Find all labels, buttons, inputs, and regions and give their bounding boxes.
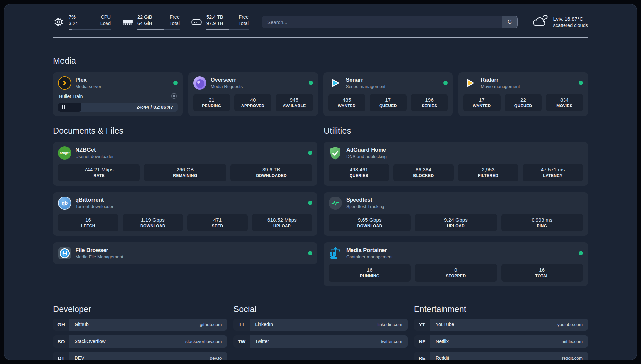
section-title-developer: Developer — [53, 304, 227, 314]
dashboard: 7%CPU 3.24Load 22 GiBFree 64 GiBTotal — [4, 4, 637, 360]
link-stackoverflow[interactable]: SO StackOverflowstackoverflow.com — [53, 335, 227, 348]
memory-free-value: 22 GiB — [137, 14, 152, 20]
section-utilities: Utilities AdGuard Home DNS and adblockin… — [324, 126, 588, 286]
app-card-radarr[interactable]: Radarr Movie management 17WANTED 22QUEUE… — [458, 72, 588, 116]
cpu-label: CPU — [101, 14, 111, 20]
stat-download: 1.19 GbpsDOWNLOAD — [123, 214, 183, 231]
app-subtitle: Media File Management — [76, 254, 123, 259]
app-subtitle: Series management — [346, 84, 386, 89]
memory-stat: 22 GiBFree 64 GiBTotal — [122, 14, 180, 30]
section-title-entertainment: Entertainment — [414, 304, 588, 314]
now-playing: Bullet Train 24:44 / 02:06:47 — [58, 93, 178, 112]
stat-queued: 22QUEUED — [505, 94, 542, 111]
app-card-adguard[interactable]: AdGuard Home DNS and adblocking 498,461Q… — [324, 142, 588, 186]
search-bar: G — [262, 16, 518, 28]
link-url: youtube.com — [557, 322, 583, 327]
cpu-icon — [53, 17, 64, 27]
stat-approved: 40APPROVED — [234, 94, 271, 111]
app-title: Overseerr — [211, 77, 243, 83]
link-name: Reddit — [436, 355, 449, 360]
stat-filtered: 2,953FILTERED — [458, 164, 518, 181]
app-card-overseerr[interactable]: Overseerr Media Requests 21PENDING 40APP… — [188, 72, 318, 116]
cpu-value: 7% — [69, 14, 76, 20]
memory-progressbar — [137, 29, 180, 30]
link-name: Twitter — [255, 339, 269, 344]
weather-location-temp: Lviv, 16.87°C — [553, 16, 588, 22]
section-title-utilities: Utilities — [324, 126, 588, 136]
speedtest-icon — [329, 197, 342, 210]
app-title: Sonarr — [346, 77, 386, 83]
stat-upload: 618.52 MbpsUPLOAD — [252, 214, 312, 231]
cpu-load-label: Load — [100, 20, 111, 27]
link-url: reddit.com — [562, 356, 583, 360]
stat-latency: 47.571 msLATENCY — [523, 164, 583, 181]
cpu-progressbar — [69, 29, 111, 30]
section-entertainment: Entertainment YT YouTubeyoutube.com NF N… — [414, 304, 588, 360]
stat-leech: 16LEECH — [58, 214, 118, 231]
stat-pending: 21PENDING — [193, 94, 230, 111]
link-abbr: NF — [414, 335, 430, 348]
playback-progressbar: 24:44 / 02:06:47 — [58, 103, 178, 112]
link-abbr: SO — [53, 335, 69, 348]
stat-wanted: 17WANTED — [463, 94, 500, 111]
section-title-media: Media — [53, 56, 588, 66]
status-dot — [309, 81, 313, 85]
app-title: Media Portainer — [346, 247, 393, 253]
stat-upload: 9.24 GbpsUPLOAD — [415, 214, 497, 231]
app-card-portainer[interactable]: Media Portainer Container management 16R… — [324, 242, 588, 286]
storage-total-label: Total — [238, 20, 249, 27]
link-linkedin[interactable]: LI LinkedInlinkedin.com — [233, 318, 407, 331]
stat-series: 196SERIES — [411, 94, 448, 111]
link-github[interactable]: GH Githubgithub.com — [53, 318, 227, 331]
app-subtitle: Torrent downloader — [76, 204, 114, 209]
storage-progressbar — [206, 29, 249, 30]
app-card-plex[interactable]: Plex Media server Bullet Train — [53, 72, 183, 116]
app-card-speedtest[interactable]: Speedtest Speedtest Tracking 9.65 GbpsDO… — [324, 192, 588, 236]
search-input[interactable] — [262, 16, 502, 28]
link-url: twitter.com — [381, 339, 402, 344]
now-playing-session-icon — [171, 93, 177, 100]
section-documents: Documents & Files nzbget NZBGet Usenet d… — [53, 126, 317, 286]
app-card-filebrowser[interactable]: File Browser Media File Management — [53, 242, 317, 264]
storage-total-value: 97.9 TB — [206, 20, 223, 27]
status-dot — [308, 201, 312, 205]
link-name: DEV — [75, 355, 84, 360]
app-subtitle: DNS and adblocking — [346, 154, 387, 159]
header: 7%CPU 3.24Load 22 GiBFree 64 GiBTotal — [53, 14, 588, 30]
link-name: YouTube — [436, 322, 454, 327]
app-card-qbittorrent[interactable]: qb qBittorrent Torrent downloader 16LEEC… — [53, 192, 317, 236]
stat-queued: 17QUEUED — [370, 94, 407, 111]
link-dev-to[interactable]: DT DEVdev.to — [53, 352, 227, 360]
link-url: dev.to — [210, 356, 222, 360]
link-url: netflix.com — [561, 339, 583, 344]
app-subtitle: Movie management — [481, 84, 520, 89]
stat-blocked: 86,384BLOCKED — [393, 164, 454, 181]
search-engine-button[interactable]: G — [502, 16, 517, 28]
app-card-nzbget[interactable]: nzbget NZBGet Usenet downloader 744.21 M… — [53, 142, 317, 186]
link-reddit[interactable]: RE Redditreddit.com — [414, 352, 588, 360]
storage-stat: 52.4 TBFree 97.9 TBTotal — [191, 14, 249, 30]
sonarr-icon — [328, 76, 342, 90]
storage-icon — [191, 18, 202, 26]
storage-free-label: Free — [239, 14, 249, 20]
app-title: qBittorrent — [76, 197, 114, 203]
link-abbr: LI — [233, 318, 250, 331]
cloud-icon — [531, 15, 548, 29]
status-dot — [579, 81, 583, 85]
link-netflix[interactable]: NF Netflixnetflix.com — [414, 335, 588, 348]
app-subtitle: Usenet downloader — [76, 154, 114, 159]
stat-stopped: 0STOPPED — [415, 264, 497, 282]
memory-total-label: Total — [169, 20, 180, 27]
stat-wanted: 485WANTED — [328, 94, 365, 111]
now-playing-title: Bullet Train — [59, 94, 83, 99]
overseerr-icon — [193, 76, 206, 90]
link-youtube[interactable]: YT YouTubeyoutube.com — [414, 318, 588, 331]
link-abbr: RE — [414, 352, 430, 360]
adguard-icon — [329, 146, 342, 160]
link-twitter[interactable]: TW Twittertwitter.com — [233, 335, 407, 348]
link-abbr: GH — [53, 318, 69, 331]
app-card-sonarr[interactable]: Sonarr Series management 485WANTED 17QUE… — [323, 72, 453, 116]
weather-widget: Lviv, 16.87°C scattered clouds — [531, 15, 588, 29]
cpu-stat: 7%CPU 3.24Load — [53, 14, 111, 30]
plex-icon — [58, 76, 71, 90]
